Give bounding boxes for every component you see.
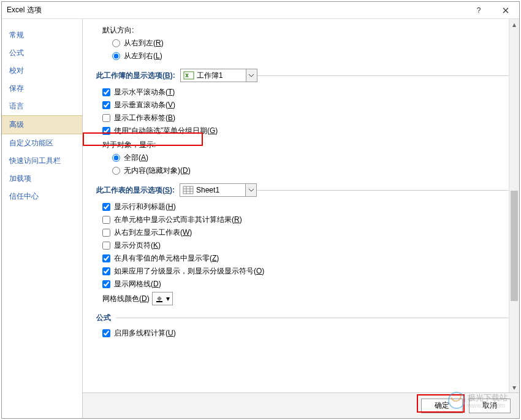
sidebar-item-customize-ribbon[interactable]: 自定义功能区: [2, 134, 82, 152]
chk-formulas-label: 在单元格中显示公式而非其计算结果(R): [114, 215, 242, 225]
chk-rtl-sheet-label: 从右到左显示工作表(W): [114, 227, 192, 238]
chk-hscroll-label: 显示水平滚动条(T): [114, 87, 175, 97]
sidebar-item-addins[interactable]: 加载项: [2, 170, 82, 188]
workbook-combo-dropdown[interactable]: [246, 69, 257, 82]
chk-headers-row: 显示行和列标题(H): [102, 202, 509, 212]
svg-rect-6: [156, 301, 162, 302]
radio-rtl-row: 从右到左(R): [112, 38, 509, 48]
workbook-combo[interactable]: 工作簿1: [180, 69, 257, 82]
formula-section-header: 公式: [96, 313, 509, 323]
chk-rtl-sheet[interactable]: [102, 229, 110, 237]
sidebar-item-formula[interactable]: 公式: [2, 44, 82, 62]
close-button[interactable]: [492, 2, 519, 18]
gridcolor-row: 网格线颜色(D) ▾: [102, 292, 509, 305]
chk-autofilter-date-label: 使用“自动筛选”菜单分组日期(G): [114, 126, 218, 136]
radio-ltr-label: 从左到右(L): [124, 51, 162, 61]
workbook-section-title: 此工作簿的显示选项(B):: [96, 71, 175, 81]
sidebar-item-proofing[interactable]: 校对: [2, 62, 82, 80]
vertical-scrollbar[interactable]: ▴ ▾: [509, 19, 519, 392]
scroll-up-button[interactable]: ▴: [509, 19, 519, 29]
chk-autofilter-date[interactable]: [102, 127, 110, 135]
chk-hscroll-row: 显示水平滚动条(T): [102, 87, 509, 97]
help-button[interactable]: ?: [465, 2, 492, 18]
radio-all-row: 全部(A): [112, 153, 509, 163]
chk-gridlines-row: 显示网格线(D): [102, 279, 509, 289]
scroll-down-button[interactable]: ▾: [509, 382, 519, 392]
radio-rtl-label: 从右到左(R): [124, 38, 164, 48]
chevron-down-icon: [249, 189, 254, 192]
chk-pagebreak-row: 显示分页符(K): [102, 240, 509, 251]
sheet-section-header: 此工作表的显示选项(S): Sheet1: [96, 183, 509, 197]
formula-section-title: 公式: [96, 313, 111, 323]
radio-obj-all-label: 全部(A): [124, 153, 148, 163]
radio-ltr[interactable]: [112, 52, 120, 60]
scroll-thumb[interactable]: [511, 191, 518, 301]
chk-outline-row: 如果应用了分级显示，则显示分级显示符号(O): [102, 266, 509, 277]
sheet-combo-dropdown[interactable]: [245, 184, 256, 196]
chk-multithread[interactable]: [102, 329, 110, 337]
main-panel: 默认方向: 从右到左(R) 从左到右(L) 此工作簿的显示选项(B): 工作簿1: [83, 19, 519, 418]
sidebar: 常规 公式 校对 保存 语言 高级 自定义功能区 快速访问工具栏 加载项 信任中…: [2, 19, 83, 418]
workbook-combo-text: 工作簿1: [197, 71, 246, 81]
titlebar: Excel 选项 ?: [2, 2, 519, 19]
chk-pagebreak-label: 显示分页符(K): [114, 240, 161, 251]
chk-gridlines-label: 显示网格线(D): [114, 279, 161, 289]
chk-sheet-tabs[interactable]: [102, 114, 110, 122]
chk-rtl-sheet-row: 从右到左显示工作表(W): [102, 227, 509, 238]
sheet-combo[interactable]: Sheet1: [180, 183, 257, 197]
chevron-down-icon: ▾: [166, 294, 170, 303]
close-icon: [503, 7, 509, 13]
chk-zero-label: 在具有零值的单元格中显示零(Z): [114, 253, 219, 264]
chk-multithread-row: 启用多线程计算(U): [102, 328, 509, 338]
sheet-combo-text: Sheet1: [196, 186, 245, 194]
chk-outline-label: 如果应用了分级显示，则显示分级显示符号(O): [114, 266, 264, 277]
chk-sheet-tabs-row: 显示工作表标签(B): [102, 113, 509, 123]
svg-rect-0: [184, 72, 194, 79]
chk-vscroll[interactable]: [102, 101, 110, 109]
workbook-section-header: 此工作簿的显示选项(B): 工作簿1: [96, 69, 509, 82]
cancel-button[interactable]: 取消: [469, 399, 511, 413]
chk-gridlines[interactable]: [102, 280, 110, 288]
chk-multithread-label: 启用多线程计算(U): [114, 328, 176, 338]
objects-label: 对于对象，显示:: [102, 140, 509, 150]
ok-button[interactable]: 确定: [421, 399, 463, 413]
sidebar-item-advanced[interactable]: 高级: [2, 115, 82, 134]
dialog-window: Excel 选项 ? 常规 公式 校对 保存 语言 高级 自定义功能区 快速访问…: [1, 1, 520, 419]
chk-zero[interactable]: [102, 254, 110, 262]
sidebar-item-trust-center[interactable]: 信任中心: [2, 188, 82, 205]
sheet-section-title: 此工作表的显示选项(S):: [96, 185, 175, 196]
chk-sheet-tabs-label: 显示工作表标签(B): [114, 113, 175, 123]
chk-vscroll-row: 显示垂直滚动条(V): [102, 100, 509, 110]
footer: 确定 取消: [83, 392, 519, 418]
content-area: 默认方向: 从右到左(R) 从左到右(L) 此工作簿的显示选项(B): 工作簿1: [83, 19, 519, 392]
chk-pagebreak[interactable]: [102, 242, 110, 250]
radio-ltr-row: 从左到右(L): [112, 51, 509, 61]
radio-obj-all[interactable]: [112, 154, 120, 162]
radio-obj-none-label: 无内容(隐藏对象)(D): [124, 166, 191, 176]
chk-autofilter-date-row: 使用“自动筛选”菜单分组日期(G): [102, 126, 509, 136]
radio-rtl[interactable]: [112, 39, 120, 47]
sidebar-item-language[interactable]: 语言: [2, 97, 82, 115]
chk-formulas-row: 在单元格中显示公式而非其计算结果(R): [102, 215, 509, 225]
chk-zero-row: 在具有零值的单元格中显示零(Z): [102, 253, 509, 264]
chevron-down-icon: [249, 74, 254, 77]
chk-outline[interactable]: [102, 267, 110, 275]
sidebar-item-save[interactable]: 保存: [2, 80, 82, 97]
sidebar-item-quick-access[interactable]: 快速访问工具栏: [2, 152, 82, 170]
paint-bucket-icon: [155, 294, 164, 303]
chk-vscroll-label: 显示垂直滚动条(V): [114, 100, 175, 110]
sidebar-item-general[interactable]: 常规: [2, 26, 82, 44]
chk-hscroll[interactable]: [102, 88, 110, 96]
radio-none-row: 无内容(隐藏对象)(D): [112, 166, 509, 176]
chk-headers[interactable]: [102, 203, 110, 211]
radio-obj-none[interactable]: [112, 167, 120, 175]
gridcolor-picker[interactable]: ▾: [152, 292, 173, 305]
svg-rect-1: [183, 186, 193, 194]
default-direction-label: 默认方向:: [102, 25, 509, 36]
chk-formulas[interactable]: [102, 216, 110, 224]
dialog-title: Excel 选项: [7, 5, 465, 15]
sheet-icon: [183, 186, 194, 194]
chk-headers-label: 显示行和列标题(H): [114, 202, 176, 212]
gridcolor-label: 网格线颜色(D): [102, 294, 150, 304]
dialog-body: 常规 公式 校对 保存 语言 高级 自定义功能区 快速访问工具栏 加载项 信任中…: [2, 19, 519, 418]
